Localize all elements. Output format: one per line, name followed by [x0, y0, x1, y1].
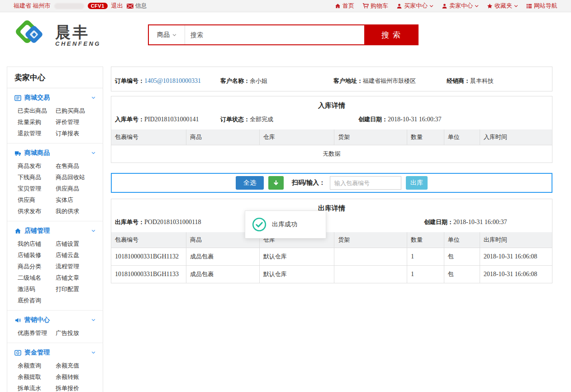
table-row: 101810000331BGH1132 成品包裹 默认仓库 1 包 2018-1…	[111, 248, 552, 266]
nav-cart[interactable]: 购物车	[362, 2, 388, 10]
warehouse-cell: 默认仓库	[259, 248, 334, 266]
nav-buyer-center-label: 买家中心	[404, 2, 428, 10]
sidebar-item[interactable]: 拆单报价	[56, 385, 97, 392]
messages-label: 信息	[135, 2, 147, 10]
outbound-title: 出库详情	[111, 199, 552, 217]
column-header: 商品	[186, 129, 260, 145]
nav-sitemap[interactable]: 网站导航	[526, 2, 557, 10]
sidebar-item[interactable]: 商品回收站	[56, 174, 97, 181]
customer-address-value: 福建省福州市鼓楼区	[363, 77, 416, 84]
nav-favorites[interactable]: 收藏夹	[487, 2, 518, 10]
product-cell: 成品包裹	[186, 248, 260, 266]
customer-name-value: 余小姐	[250, 77, 267, 84]
sidebar-item[interactable]: 余额提取	[18, 373, 56, 380]
sidebar-item[interactable]: 供应商品	[56, 185, 97, 192]
sidebar-section-shop-header[interactable]: 店铺管理	[14, 227, 97, 235]
unit-cell: 包	[444, 248, 480, 266]
sidebar-item[interactable]: 下线商品	[18, 174, 56, 181]
sidebar-section-marketing: 营销中心 优惠券管理 广告投放	[7, 311, 103, 343]
sidebar-item[interactable]: 店铺装修	[18, 252, 56, 258]
sidebar-item[interactable]: 宝贝管理	[18, 185, 56, 192]
table-row: 101810000331BGH1133 成品包裹 默认仓库 1 包 2018-1…	[111, 266, 552, 283]
no-data-cell: 无数据	[111, 145, 552, 163]
sidebar-item[interactable]: 商品分类	[18, 263, 56, 270]
sidebar-item[interactable]: 广告投放	[56, 330, 97, 336]
sidebar-item[interactable]: 供求发布	[18, 208, 56, 215]
search-category-select[interactable]: 商品	[149, 25, 185, 44]
sidebar-item[interactable]: 流程管理	[56, 263, 97, 270]
logo-mark-icon	[13, 17, 52, 54]
sidebar-item[interactable]: 余额查询	[18, 362, 56, 369]
package-number-input[interactable]	[330, 176, 401, 190]
success-toast: 出库成功	[245, 210, 326, 239]
warehouse-cell: 默认仓库	[259, 266, 334, 283]
star-icon	[487, 3, 493, 9]
order-no-label: 订单编号：	[115, 77, 144, 84]
search-input[interactable]	[185, 25, 364, 44]
order-no-link[interactable]: 1405@101810000331	[144, 77, 201, 84]
nav-buyer-center[interactable]: 买家中心	[396, 2, 433, 10]
sidebar-item[interactable]: 店铺设置	[56, 240, 97, 247]
sidebar-item[interactable]: 商品发布	[18, 163, 56, 169]
section-title: 商城商品	[24, 149, 50, 157]
inbound-status-label: 订单状态：	[220, 116, 250, 123]
logout-link[interactable]: 退出	[111, 2, 123, 10]
truck-icon	[14, 150, 21, 157]
nav-home[interactable]: 首页	[335, 2, 354, 10]
inbound-created-label: 创建日期：	[358, 116, 388, 123]
select-all-button[interactable]: 全选	[236, 176, 264, 190]
customer-name-label: 客户名称：	[220, 77, 250, 84]
grid-list-icon	[526, 3, 532, 9]
sidebar-item[interactable]: 批量采购	[18, 119, 56, 125]
column-header: 数量	[407, 129, 444, 145]
brand-logo[interactable]: 晨丰 CHENFENG	[13, 17, 101, 54]
chevron-down-icon	[91, 229, 95, 233]
column-header: 出库时间	[480, 232, 552, 248]
messages-link[interactable]: 信息	[127, 2, 147, 10]
sidebar-item[interactable]: 供应商	[18, 196, 56, 203]
sidebar-item[interactable]: 已卖出商品	[18, 107, 56, 114]
sidebar-item[interactable]: 余额充值	[56, 362, 97, 369]
money-icon	[14, 349, 21, 356]
nav-seller-center[interactable]: 卖家中心	[442, 2, 479, 10]
sidebar-item[interactable]: 店铺云盘	[56, 252, 97, 258]
sidebar-item[interactable]: 打印配置	[56, 286, 97, 292]
outbound-button[interactable]: 出库	[406, 176, 428, 190]
sidebar-item[interactable]: 二级域名	[18, 274, 56, 281]
sidebar-section-goods-header[interactable]: 商城商品	[14, 149, 97, 157]
column-header: 货架	[334, 129, 407, 145]
sidebar-item[interactable]: 退款管理	[18, 130, 56, 137]
sidebar-item[interactable]: 已购买商品	[56, 107, 97, 114]
chevron-down-icon	[91, 96, 95, 100]
section-title: 商城交易	[24, 94, 50, 102]
download-button[interactable]	[268, 176, 284, 190]
column-header: 包裹编号	[111, 232, 186, 248]
scan-action-bar: 全选 扫码/输入： 出库	[111, 173, 552, 193]
sidebar-item[interactable]: 拆单流水	[18, 385, 56, 392]
column-header: 仓库	[259, 129, 334, 145]
sidebar-item[interactable]: 订单报表	[56, 130, 97, 137]
sidebar-section-funds-header[interactable]: 资金管理	[14, 349, 97, 357]
inbound-created-value: 2018-10-31 16:00:37	[388, 116, 442, 123]
sidebar-item[interactable]: 优惠券管理	[18, 330, 56, 336]
chevron-down-icon	[91, 319, 95, 322]
search-button[interactable]: 搜索	[364, 25, 418, 44]
user-level-badge: CFV1	[88, 3, 108, 9]
sidebar-item[interactable]: 在售商品	[56, 163, 97, 169]
sidebar-item[interactable]: 底价咨询	[18, 297, 56, 304]
sidebar-item[interactable]: 实体店	[56, 196, 97, 203]
sidebar-section-marketing-header[interactable]: 营销中心	[14, 316, 97, 324]
column-header: 包裹编号	[111, 129, 186, 145]
sidebar-item[interactable]: 我的供求	[56, 208, 97, 215]
sidebar-item[interactable]: 评价管理	[56, 119, 97, 125]
outbound-no-value: POD20181031000118	[144, 219, 201, 225]
sidebar-item[interactable]: 激活码	[18, 286, 56, 292]
column-header: 单位	[444, 129, 480, 145]
logo-en-text: CHENFENG	[55, 40, 101, 47]
customer-address-label: 客户地址：	[333, 77, 363, 84]
sidebar-item[interactable]: 店铺文章	[56, 274, 97, 281]
sidebar-section-trade-header[interactable]: 商城交易	[14, 94, 97, 102]
sidebar-item[interactable]: 余额转账	[56, 373, 97, 380]
sidebar-item[interactable]: 我的店铺	[18, 240, 56, 247]
search-bar: 商品 搜索	[148, 24, 419, 45]
